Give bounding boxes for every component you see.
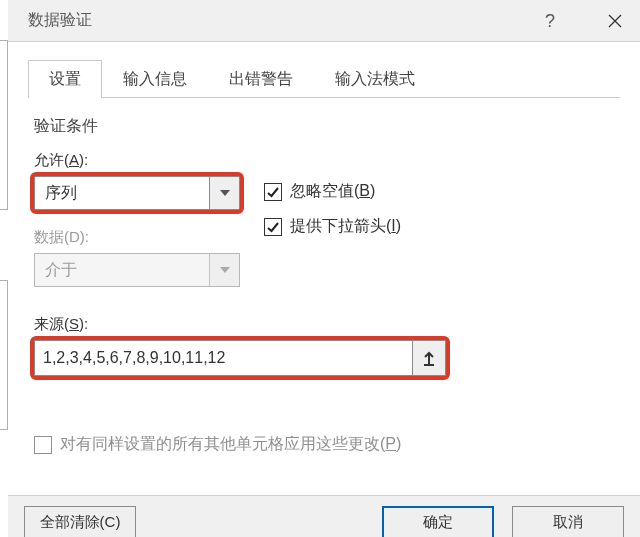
clear-all-button[interactable]: 全部清除(C) — [24, 506, 136, 538]
data-combo: 介于 — [34, 253, 240, 287]
allow-value: 序列 — [35, 177, 209, 209]
checkbox-icon — [34, 436, 52, 454]
help-button[interactable]: ? — [530, 0, 570, 42]
chevron-down-icon — [220, 190, 230, 196]
ignore-blank-label: 忽略空值(B) — [290, 181, 375, 202]
tab-settings[interactable]: 设置 — [28, 60, 102, 98]
tab-ime-mode[interactable]: 输入法模式 — [314, 60, 436, 98]
ok-button[interactable]: 确定 — [382, 506, 494, 538]
apply-all-checkbox[interactable]: 对有同样设置的所有其他单元格应用这些更改(P) — [34, 434, 614, 455]
data-value: 介于 — [35, 254, 209, 286]
titlebar: 数据验证 ? — [8, 0, 640, 42]
data-label: 数据(D): — [34, 228, 264, 247]
source-input[interactable]: 1,2,3,4,5,6,7,8,9,10,11,12 — [34, 340, 412, 376]
data-dropdown-button — [209, 254, 239, 286]
tab-error-alert[interactable]: 出错警告 — [208, 60, 314, 98]
dialog-footer: 全部清除(C) 确定 取消 — [8, 495, 640, 537]
apply-all-label: 对有同样设置的所有其他单元格应用这些更改(P) — [60, 434, 401, 455]
ignore-blank-checkbox[interactable]: 忽略空值(B) — [264, 181, 401, 202]
allow-dropdown-button[interactable] — [209, 177, 239, 209]
chevron-down-icon — [220, 267, 230, 273]
window-title: 数据验证 — [28, 10, 92, 31]
source-range-button[interactable] — [412, 340, 446, 376]
tab-input-message[interactable]: 输入信息 — [102, 60, 208, 98]
source-label: 来源(S): — [34, 315, 614, 334]
checkbox-icon — [264, 218, 282, 236]
close-icon — [608, 14, 622, 28]
allow-label: 允许(A): — [34, 151, 264, 170]
incell-dropdown-label: 提供下拉箭头(I) — [290, 216, 401, 237]
close-button[interactable] — [590, 0, 640, 42]
allow-combo[interactable]: 序列 — [34, 176, 240, 210]
range-select-icon — [422, 350, 436, 366]
incell-dropdown-checkbox[interactable]: 提供下拉箭头(I) — [264, 216, 401, 237]
checkbox-icon — [264, 183, 282, 201]
criteria-heading: 验证条件 — [34, 116, 614, 137]
cancel-button[interactable]: 取消 — [512, 506, 624, 538]
tabstrip: 设置 输入信息 出错警告 输入法模式 — [28, 60, 620, 98]
